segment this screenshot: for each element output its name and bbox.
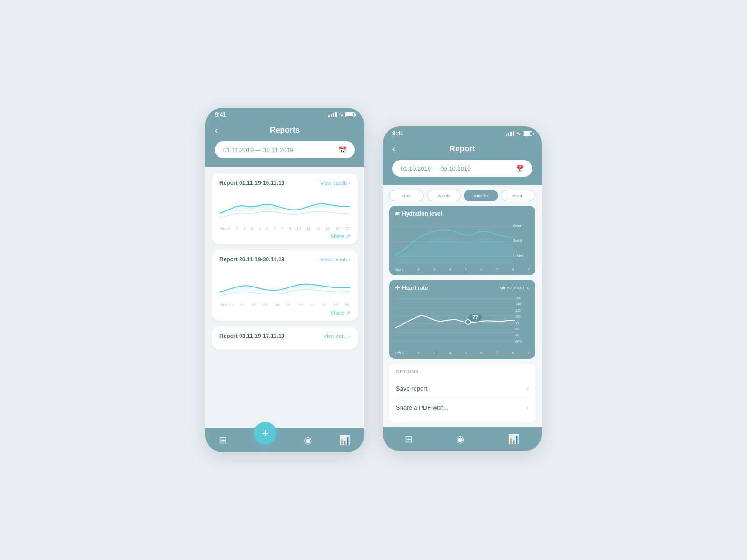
report-card-1-header: Report 01.11.19-15.11.19 View details › <box>219 180 350 186</box>
screens-container: 9:41 ∿ ‹ Reports 01.11.2019 — 30.11.2019 <box>187 89 560 471</box>
report-2-title: Report 20.11.19-30.11.19 <box>219 256 284 263</box>
right-status-icons: ∿ <box>506 131 532 137</box>
right-status-bar: 9:41 ∿ <box>383 126 542 140</box>
right-page-title: Report <box>450 144 475 154</box>
right-battery-icon <box>523 131 532 136</box>
report-2-chart <box>219 266 350 301</box>
wifi-icon: ∿ <box>339 112 343 118</box>
tab-year[interactable]: year <box>501 190 536 201</box>
tab-month[interactable]: month <box>464 190 498 201</box>
left-time: 9:41 <box>215 112 226 118</box>
left-bottom-nav: ⊞ + ◉ 📊 <box>205 428 364 452</box>
heart-labels-right: 160 140 120 100 80 60 40 6PM <box>515 294 529 348</box>
view-details-2[interactable]: View details › <box>320 257 350 262</box>
left-health-icon[interactable]: ◉ <box>304 434 312 446</box>
heart-stats: Min:52 Max:110 <box>500 286 529 290</box>
heart-rate-section: ✛ Heart rate Min:52 Max:110 77 <box>389 280 535 359</box>
right-health-icon[interactable]: ◉ <box>456 434 464 445</box>
share-pdf-label: Share a PDF with... <box>396 404 449 411</box>
tooltip-bubble: 77 <box>469 314 482 321</box>
heart-chart: 77 160 140 120 100 80 60 40 6PM <box>395 294 529 350</box>
report-card-1: Report 01.11.19-15.11.19 View details › <box>212 173 358 244</box>
view-details-1[interactable]: View details › <box>320 180 350 186</box>
report-1-chart <box>219 190 350 225</box>
report-3-title: Report 03.11.19-17.11.19 <box>219 333 284 339</box>
hydration-title: ≋ Hydration level <box>395 210 529 217</box>
right-bottom-nav: ⊞ ◉ 📊 <box>383 427 542 451</box>
view-details-3[interactable]: View det... › <box>324 333 350 339</box>
heart-x-axis: Oct 123456789 <box>395 350 529 356</box>
report-card-3-header: Report 03.11.19-17.11.19 View det... › <box>219 333 350 339</box>
save-report-label: Save report <box>396 385 427 392</box>
report-card-3: Report 03.11.19-17.11.19 View det... › <box>212 326 358 350</box>
left-back-button[interactable]: ‹ <box>215 126 218 135</box>
report-1-title: Report 01.11.19-15.11.19 <box>219 180 284 186</box>
tab-week[interactable]: week <box>427 190 461 201</box>
save-report-option[interactable]: Save report › <box>396 379 529 398</box>
share-icon-2: ↗ <box>346 310 350 316</box>
save-report-chevron: › <box>526 385 529 392</box>
share-pdf-option[interactable]: Share a PDF with... › <box>396 398 529 417</box>
right-chart-icon[interactable]: 📊 <box>508 434 520 445</box>
share-2[interactable]: Share ↗ <box>219 307 350 316</box>
heart-icon: ✛ <box>395 285 400 291</box>
right-phone: 9:41 ∿ ‹ Report 01.10.2019 — 09.10.2019 <box>383 126 542 451</box>
right-grid-icon[interactable]: ⊞ <box>405 434 413 445</box>
report-card-2-header: Report 20.11.19-30.11.19 View details › <box>219 256 350 263</box>
left-date-range[interactable]: 01.11.2019 — 30.11.2019 📅 <box>215 141 355 158</box>
left-phone: 9:41 ∿ ‹ Reports 01.11.2019 — 30.11.2019 <box>205 108 364 452</box>
hydration-chart: Over Good Under <box>395 220 529 266</box>
left-status-icons: ∿ <box>328 112 355 118</box>
hydration-x-axis: Oct 123456789 <box>395 266 529 273</box>
left-nav: ‹ Reports <box>215 126 355 135</box>
left-grid-icon[interactable]: ⊞ <box>219 434 227 446</box>
hydration-wave-icon: ≋ <box>395 210 400 217</box>
right-back-button[interactable]: ‹ <box>392 144 395 154</box>
report-1-axis: Nov 123456789101112131415 <box>219 226 350 231</box>
left-body: Report 01.11.19-15.11.19 View details › <box>205 167 364 428</box>
report-card-2: Report 20.11.19-30.11.19 View details › <box>212 250 358 321</box>
right-wifi-icon: ∿ <box>516 131 521 137</box>
report-2-axis: Nov 2021222324252627282930 <box>219 303 350 307</box>
left-header: ‹ Reports 01.11.2019 — 30.11.2019 📅 <box>205 121 364 167</box>
left-date-range-text: 01.11.2019 — 30.11.2019 <box>223 147 293 154</box>
share-icon-1: ↗ <box>346 233 350 239</box>
right-header: ‹ Report 01.10.2019 — 09.10.2019 📅 <box>383 140 542 185</box>
share-pdf-chevron: › <box>526 404 529 411</box>
signal-icon <box>328 112 337 117</box>
calendar-icon: 📅 <box>338 146 346 154</box>
options-title: OPTIONS <box>396 369 529 374</box>
share-1[interactable]: Share ↗ <box>219 231 350 239</box>
period-tabs: day week month year <box>389 190 535 201</box>
fab-plus-icon: + <box>262 427 268 440</box>
right-signal-icon <box>506 131 514 136</box>
right-nav: ‹ Report <box>392 144 532 154</box>
heart-title: ✛ Heart rate <box>395 285 428 291</box>
left-page-title: Reports <box>270 126 300 135</box>
tab-day[interactable]: day <box>389 190 424 201</box>
hydration-labels-right: Over Good Under <box>513 220 529 264</box>
right-date-range[interactable]: 01.10.2019 — 09.10.2019 📅 <box>392 160 532 177</box>
options-section: OPTIONS Save report › Share a PDF with..… <box>389 364 535 422</box>
left-chart-icon[interactable]: 📊 <box>339 434 351 446</box>
right-time: 9:41 <box>392 130 403 137</box>
fab-button[interactable]: + <box>254 422 276 444</box>
hydration-section: ≋ Hydration level Over Good Under O <box>389 206 535 275</box>
heart-section-header: ✛ Heart rate Min:52 Max:110 <box>395 285 529 291</box>
right-date-range-text: 01.10.2019 — 09.10.2019 <box>401 165 471 172</box>
left-status-bar: 9:41 ∿ <box>205 108 364 121</box>
battery-icon <box>345 112 355 117</box>
right-calendar-icon: 📅 <box>516 165 524 172</box>
